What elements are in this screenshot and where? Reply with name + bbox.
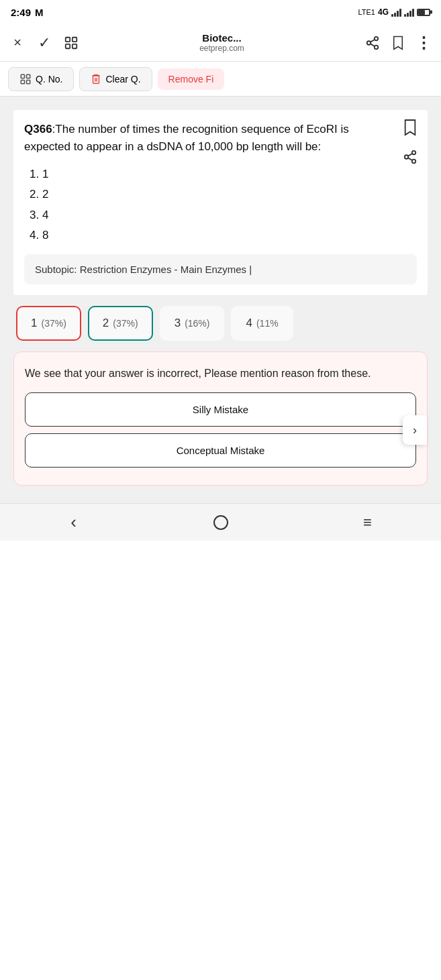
more-button[interactable]: ⋮ [414,34,433,52]
status-bar: 2:49 M LTE1 4G [0,0,441,24]
url-area: Biotec... eetprep.com [89,32,355,53]
menu-button[interactable]: ≡ [353,508,383,537]
option-1: 1. 1 [30,164,417,185]
trash-icon [91,73,101,85]
removefi-tab[interactable]: Remove Fi [158,68,225,90]
battery-icon [417,9,430,16]
svg-point-6 [375,45,379,49]
silly-mistake-button[interactable]: Silly Mistake [25,392,416,427]
answer-option-3[interactable]: 3 (16%) [160,306,225,341]
svg-point-21 [214,516,228,529]
page-url: eetprep.com [199,44,244,53]
answer-option-1[interactable]: 1 (37%) [16,306,81,341]
tabs-button[interactable] [62,34,81,52]
svg-rect-11 [21,80,24,83]
clearq-tab[interactable]: Clear Q. [79,67,152,91]
answer-option-4[interactable]: 4 (11% [231,306,293,341]
svg-rect-13 [93,75,99,83]
back-button[interactable]: ‹ [59,508,89,537]
options-list: 1. 1 2. 2 3. 4 4. 8 [24,164,417,246]
main-content: Q366:The number of times the recognition… [0,97,441,503]
signal-icon-2 [404,7,414,17]
status-carrier: M [35,7,44,18]
svg-point-17 [405,155,409,159]
svg-rect-0 [66,37,70,41]
question-header: Q366:The number of times the recognition… [24,121,417,156]
share-question-button[interactable] [401,148,420,166]
answer-option-2[interactable]: 2 (37%) [88,306,153,341]
status-time-area: 2:49 M [11,7,44,18]
feedback-card: We see that your answer is incorrect, Pl… [13,351,428,486]
grid-icon [19,73,32,85]
question-icons [401,118,420,166]
check-button[interactable]: ✓ [35,34,54,52]
home-button[interactable] [206,508,236,537]
svg-rect-12 [27,80,30,83]
svg-line-19 [408,158,412,160]
answer-row: 1 (37%) 2 (37%) 3 (16%) 4 (11% [13,306,428,341]
tab-bar: Q. No. Clear Q. Remove Fi [0,62,441,97]
share-button[interactable] [363,34,382,52]
subtopic-box: Subtopic: Restriction Enzymes - Main Enz… [24,254,417,284]
signal-icon-1 [391,7,401,17]
qno-tab[interactable]: Q. No. [8,67,74,91]
question-text: Q366:The number of times the recognition… [24,121,417,156]
svg-rect-9 [21,74,24,78]
svg-line-7 [371,44,375,46]
svg-point-4 [375,36,379,40]
svg-point-5 [367,41,371,45]
feedback-text: We see that your answer is incorrect, Pl… [25,366,416,382]
svg-rect-1 [72,37,77,41]
toolbar-actions: ⋮ [363,34,433,52]
bookmark-question-button[interactable] [401,118,420,137]
question-number: Q366 [24,123,52,135]
bottom-nav: ‹ ≡ [0,503,441,541]
status-time: 2:49 [11,7,31,18]
question-card: Q366:The number of times the recognition… [13,110,428,295]
svg-rect-3 [72,44,77,48]
svg-point-16 [412,151,416,155]
conceptual-mistake-button[interactable]: Conceptual Mistake [25,433,416,468]
status-icons: LTE1 4G [358,7,431,17]
svg-line-8 [371,39,375,42]
browser-toolbar: × ✓ Biotec... eetprep.com [0,24,441,62]
option-3: 3. 4 [30,205,417,226]
svg-rect-2 [66,44,70,48]
network-label: 4G [378,7,389,17]
option-4: 4. 8 [30,225,417,246]
lte-label: LTE1 [358,8,375,16]
bookmark-button[interactable] [389,34,407,52]
page-title: Biotec... [202,32,241,44]
svg-line-20 [408,154,412,156]
floating-scroll-button[interactable]: › [403,415,427,445]
close-button[interactable]: × [8,34,27,52]
svg-rect-10 [27,74,30,78]
option-2: 2. 2 [30,184,417,205]
svg-point-18 [412,160,416,164]
